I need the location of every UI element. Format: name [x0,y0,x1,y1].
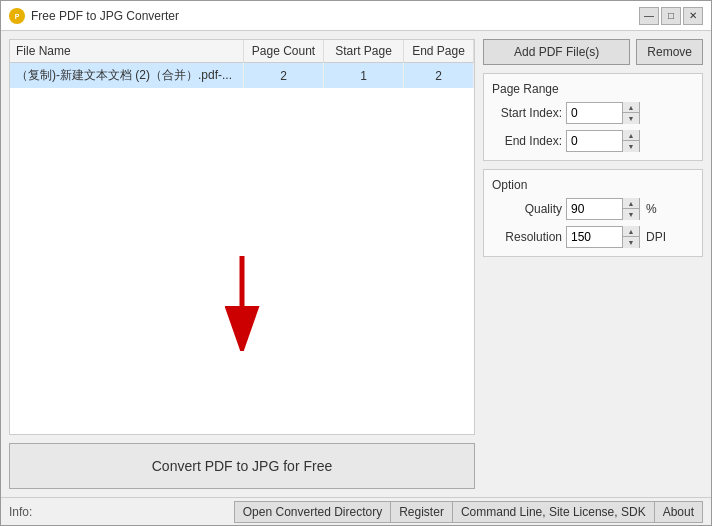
svg-text:P: P [15,13,20,20]
end-index-label: End Index: [492,134,562,148]
cell-filename: （复制)-新建文本文档 (2)（合并）.pdf-... [10,63,244,89]
quality-label: Quality [492,202,562,216]
start-index-label: Start Index: [492,106,562,120]
col-endpage: End Page [404,40,474,63]
end-index-spinner[interactable]: ▲ ▼ [566,130,640,152]
col-pagecount: Page Count [244,40,324,63]
start-index-spinner-btns: ▲ ▼ [622,102,639,124]
table-header-row: File Name Page Count Start Page End Page [10,40,474,63]
option-section: Option Quality ▲ ▼ % Resolution [483,169,703,257]
quality-row: Quality ▲ ▼ % [492,198,694,220]
table-row[interactable]: （复制)-新建文本文档 (2)（合并）.pdf-... 2 1 2 [10,63,474,89]
status-bar: Info: Open Converted Directory Register … [1,497,711,525]
resolution-down-btn[interactable]: ▼ [623,237,639,248]
content-area: File Name Page Count Start Page End Page… [1,31,711,497]
register-button[interactable]: Register [390,501,453,523]
maximize-button[interactable]: □ [661,7,681,25]
resolution-label: Resolution [492,230,562,244]
file-table-container: File Name Page Count Start Page End Page… [9,39,475,435]
start-index-input[interactable] [567,103,622,123]
convert-button[interactable]: Convert PDF to JPG for Free [9,443,475,489]
end-index-down-btn[interactable]: ▼ [623,141,639,152]
minimize-button[interactable]: — [639,7,659,25]
file-table: File Name Page Count Start Page End Page… [10,40,474,88]
title-bar-left: P Free PDF to JPG Converter [9,8,179,24]
col-filename: File Name [10,40,244,63]
start-index-spinner[interactable]: ▲ ▼ [566,102,640,124]
end-index-input[interactable] [567,131,622,151]
title-bar-controls: — □ ✕ [639,7,703,25]
window-title: Free PDF to JPG Converter [31,9,179,23]
quality-unit: % [646,202,657,216]
status-buttons: Open Converted Directory Register Comman… [235,501,703,523]
arrow-container [217,251,267,354]
app-icon: P [9,8,25,24]
quality-input[interactable] [567,199,622,219]
quality-spinner-btns: ▲ ▼ [622,198,639,220]
col-startpage: Start Page [324,40,404,63]
info-label: Info: [9,505,32,519]
close-button[interactable]: ✕ [683,7,703,25]
quality-spinner[interactable]: ▲ ▼ [566,198,640,220]
quality-down-btn[interactable]: ▼ [623,209,639,220]
resolution-row: Resolution ▲ ▼ DPI [492,226,694,248]
command-line-button[interactable]: Command Line, Site License, SDK [452,501,655,523]
cell-startpage: 1 [324,63,404,89]
remove-button[interactable]: Remove [636,39,703,65]
resolution-spinner-btns: ▲ ▼ [622,226,639,248]
page-range-section: Page Range Start Index: ▲ ▼ End Index: [483,73,703,161]
left-panel: File Name Page Count Start Page End Page… [9,39,475,489]
add-pdf-button[interactable]: Add PDF File(s) [483,39,630,65]
top-buttons: Add PDF File(s) Remove [483,39,703,65]
quality-up-btn[interactable]: ▲ [623,198,639,209]
start-index-down-btn[interactable]: ▼ [623,113,639,124]
cell-pagecount: 2 [244,63,324,89]
cell-endpage: 2 [404,63,474,89]
option-label: Option [492,178,694,192]
resolution-input[interactable] [567,227,622,247]
resolution-up-btn[interactable]: ▲ [623,226,639,237]
end-index-up-btn[interactable]: ▲ [623,130,639,141]
resolution-spinner[interactable]: ▲ ▼ [566,226,640,248]
down-arrow-icon [217,251,267,351]
start-index-row: Start Index: ▲ ▼ [492,102,694,124]
page-range-label: Page Range [492,82,694,96]
resolution-unit: DPI [646,230,666,244]
open-converted-button[interactable]: Open Converted Directory [234,501,391,523]
right-panel: Add PDF File(s) Remove Page Range Start … [483,39,703,489]
start-index-up-btn[interactable]: ▲ [623,102,639,113]
end-index-spinner-btns: ▲ ▼ [622,130,639,152]
about-button[interactable]: About [654,501,703,523]
end-index-row: End Index: ▲ ▼ [492,130,694,152]
main-window: P Free PDF to JPG Converter — □ ✕ File N… [0,0,712,526]
title-bar: P Free PDF to JPG Converter — □ ✕ [1,1,711,31]
